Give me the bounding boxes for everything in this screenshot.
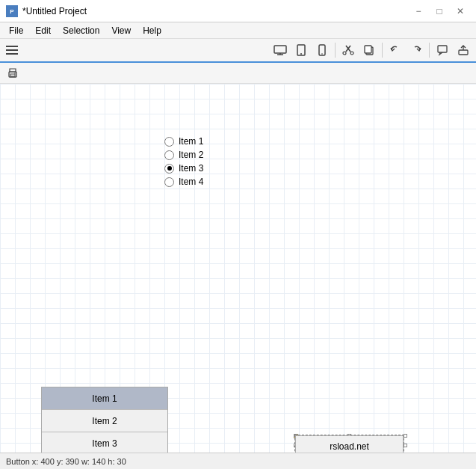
comment-icon[interactable]: [433, 40, 452, 60]
radio-label-1: Item 1: [179, 136, 203, 147]
svg-point-19: [14, 73, 16, 74]
toolbar-separator-1: [335, 43, 336, 58]
text-widget-label: rsload.net: [330, 441, 369, 452]
title-bar-left: P *Untitled Project: [6, 5, 87, 17]
menu-bar: File Edit Selection View Help: [0, 22, 476, 39]
copy-icon[interactable]: [359, 40, 379, 60]
window-title: *Untitled Project: [22, 6, 87, 16]
title-bar-controls: − □ ✕: [409, 4, 470, 19]
svg-point-11: [343, 52, 346, 55]
toolbar: [0, 39, 476, 63]
radio-group-widget: Item 1 Item 2 Item 3 Item 4: [164, 136, 203, 187]
svg-rect-2: [274, 46, 286, 53]
desktop-icon[interactable]: [271, 40, 290, 60]
radio-item-3[interactable]: Item 3: [164, 163, 203, 174]
undo-icon[interactable]: [386, 40, 405, 60]
minimize-button[interactable]: −: [409, 4, 428, 19]
title-bar: P *Untitled Project − □ ✕: [0, 0, 476, 22]
radio-label-4: Item 4: [179, 177, 203, 187]
svg-point-8: [321, 53, 323, 55]
app-icon: P: [6, 5, 18, 17]
toolbar-left: [3, 43, 21, 58]
menu-view[interactable]: View: [105, 24, 137, 37]
phone-icon[interactable]: [312, 40, 332, 60]
list-item-1[interactable]: Item 1: [42, 387, 167, 410]
status-bar: Button x: 400 y: 390 w: 140 h: 30: [0, 453, 476, 469]
radio-label-2: Item 2: [179, 150, 203, 160]
canvas-area: Item 1 Item 2 Item 3 Item 4 Item 1 Item …: [0, 84, 476, 453]
svg-rect-15: [438, 46, 447, 52]
redo-icon[interactable]: [407, 40, 426, 60]
toolbar2: [0, 63, 476, 84]
toolbar-separator-3: [429, 43, 430, 58]
list-widget: Item 1 Item 2 Item 3 Item 4: [41, 387, 168, 453]
radio-circle-3: [164, 164, 174, 174]
hamburger-menu[interactable]: [3, 43, 21, 58]
radio-circle-2: [164, 150, 174, 160]
svg-rect-14: [365, 46, 371, 53]
export-icon[interactable]: [454, 40, 473, 60]
toolbar-right: [271, 40, 473, 60]
print-icon[interactable]: [3, 64, 22, 83]
svg-rect-18: [10, 74, 15, 76]
menu-selection[interactable]: Selection: [57, 24, 105, 37]
radio-item-1[interactable]: Item 1: [164, 136, 203, 147]
menu-edit[interactable]: Edit: [29, 24, 57, 37]
cut-icon[interactable]: [339, 40, 358, 60]
svg-point-12: [350, 52, 353, 55]
text-widget[interactable]: rsload.net: [295, 435, 404, 453]
menu-help[interactable]: Help: [137, 24, 167, 37]
svg-point-6: [300, 53, 302, 55]
svg-rect-16: [459, 50, 468, 55]
close-button[interactable]: ✕: [451, 4, 470, 19]
status-text: Button x: 400 y: 390 w: 140 h: 30: [6, 457, 126, 466]
widget-handle-ne[interactable]: [404, 434, 407, 438]
toolbar-separator-2: [382, 43, 383, 58]
radio-circle-1: [164, 137, 174, 147]
widget-handle-e[interactable]: [404, 444, 407, 447]
menu-file[interactable]: File: [3, 24, 29, 37]
maximize-button[interactable]: □: [430, 4, 449, 19]
radio-item-2[interactable]: Item 2: [164, 150, 203, 160]
list-item-3[interactable]: Item 3: [42, 432, 167, 453]
list-item-2[interactable]: Item 2: [42, 410, 167, 432]
radio-label-3: Item 3: [179, 163, 203, 174]
radio-circle-4: [164, 177, 174, 187]
svg-text:P: P: [10, 8, 14, 15]
tablet-icon[interactable]: [291, 40, 311, 60]
radio-item-4[interactable]: Item 4: [164, 177, 203, 187]
